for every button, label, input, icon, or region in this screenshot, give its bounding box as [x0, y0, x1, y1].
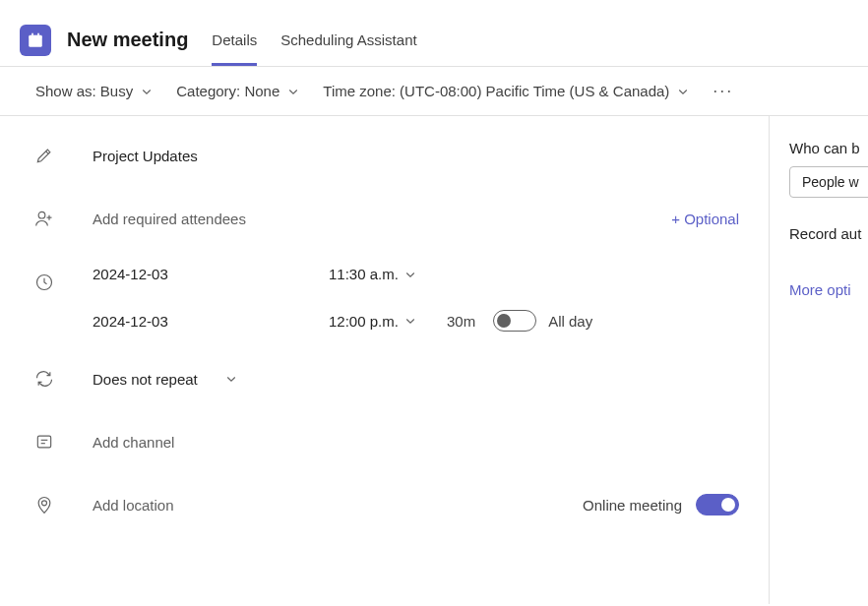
repeat-icon [33, 368, 55, 390]
header: New meeting Details Scheduling Assistant [0, 0, 868, 67]
show-as-dropdown[interactable]: Show as: Busy [35, 83, 153, 99]
online-meeting-label: Online meeting [583, 497, 682, 514]
chevron-down-icon [677, 86, 689, 97]
more-options-link[interactable]: More opti [789, 281, 868, 298]
attendees-input[interactable]: Add required attendees [93, 211, 246, 227]
duration-label: 30m [447, 313, 475, 330]
svg-rect-1 [29, 34, 42, 38]
chevron-down-icon [141, 86, 153, 97]
meeting-title-input[interactable]: Project Updates [93, 148, 198, 164]
location-icon [33, 494, 55, 515]
attendees-icon [33, 208, 55, 229]
tabs: Details Scheduling Assistant [212, 14, 416, 66]
more-options-button[interactable]: ··· [713, 81, 733, 101]
channel-input[interactable]: Add channel [93, 434, 174, 451]
show-as-label: Show as: Busy [35, 83, 133, 99]
svg-rect-8 [37, 436, 50, 448]
page-title: New meeting [67, 29, 188, 51]
tab-scheduling-assistant[interactable]: Scheduling Assistant [280, 14, 416, 66]
category-dropdown[interactable]: Category: None [176, 83, 299, 99]
svg-rect-2 [31, 32, 33, 36]
chevron-down-icon [287, 86, 299, 97]
options-bar: Show as: Busy Category: None Time zone: … [0, 67, 868, 116]
record-auto-label: Record aut [789, 225, 868, 242]
meeting-form: Project Updates Add required attendees +… [0, 116, 770, 604]
clock-icon [33, 272, 55, 293]
calendar-app-icon [20, 25, 51, 56]
datetime-row: 2024-12-03 11:30 a.m. 2024-12-03 12:00 p… [33, 266, 739, 332]
bypass-dropdown[interactable]: People w [789, 166, 868, 198]
start-time-dropdown[interactable]: 11:30 a.m. [329, 266, 437, 282]
channel-row: Add channel [33, 426, 739, 457]
category-label: Category: None [176, 83, 279, 99]
start-time-value: 11:30 a.m. [329, 266, 399, 282]
location-row: Add location Online meeting [33, 489, 739, 520]
start-date-input[interactable]: 2024-12-03 [93, 266, 329, 282]
svg-point-11 [42, 501, 47, 506]
pencil-icon [33, 145, 55, 166]
svg-point-4 [38, 212, 45, 218]
recurrence-value: Does not repeat [93, 371, 198, 388]
channel-icon [33, 431, 55, 453]
recurrence-row: Does not repeat [33, 363, 739, 394]
end-time-dropdown[interactable]: 12:00 p.m. [329, 313, 437, 330]
location-input[interactable]: Add location [93, 497, 174, 514]
recurrence-dropdown[interactable]: Does not repeat [93, 371, 237, 388]
chevron-down-icon [225, 373, 237, 385]
online-meeting-toggle[interactable] [696, 494, 739, 515]
title-row: Project Updates [33, 140, 739, 171]
body: Project Updates Add required attendees +… [0, 116, 868, 604]
end-time-value: 12:00 p.m. [329, 313, 399, 330]
bypass-label: Who can b [789, 140, 868, 156]
chevron-down-icon [404, 315, 416, 327]
side-panel: Who can b People w Record aut More opti [770, 116, 868, 604]
attendees-row: Add required attendees + Optional [33, 203, 739, 234]
add-optional-button[interactable]: + Optional [671, 211, 739, 227]
time-grid: 2024-12-03 11:30 a.m. 2024-12-03 12:00 p… [93, 266, 739, 332]
svg-rect-3 [37, 32, 39, 36]
timezone-label: Time zone: (UTC-08:00) Pacific Time (US … [323, 83, 669, 99]
timezone-dropdown[interactable]: Time zone: (UTC-08:00) Pacific Time (US … [323, 83, 689, 99]
all-day-toggle[interactable] [493, 310, 536, 332]
end-date-input[interactable]: 2024-12-03 [93, 313, 329, 330]
all-day-label: All day [548, 313, 592, 330]
tab-details[interactable]: Details [212, 14, 257, 66]
chevron-down-icon [404, 269, 416, 280]
